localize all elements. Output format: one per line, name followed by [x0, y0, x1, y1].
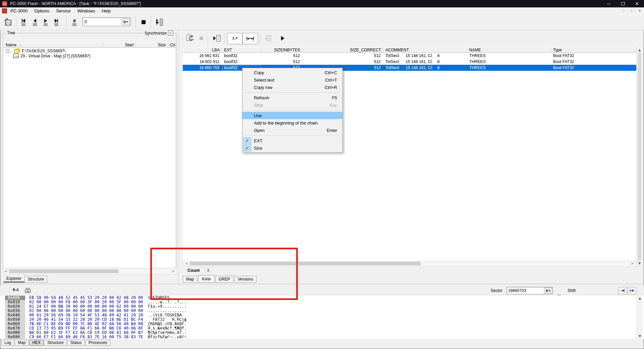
counter-dropdown-button[interactable]: D [122, 18, 130, 25]
cell-lba[interactable]: 16 561 631 [183, 53, 222, 59]
cell-ext[interactable]: bootf32 [222, 53, 261, 59]
refresh-table-button[interactable] [185, 33, 196, 44]
tree-horizontal-scrollbar[interactable]: < > [3, 268, 176, 275]
bottom-tab-hex[interactable]: HEX [29, 340, 44, 346]
mdi-minimize-button[interactable]: – [621, 9, 626, 13]
task-button[interactable] [2, 15, 14, 29]
tree-item-root[interactable]: − F:\TASKS\20_SSS6697\ [4, 48, 65, 53]
cell-name[interactable]: THREES [467, 53, 551, 59]
bottom-tab-log[interactable]: Log [1, 340, 14, 346]
synchronize-checkbox[interactable]: ✓ [168, 31, 173, 36]
cell-size-correct[interactable]: 512 [303, 53, 383, 59]
tree-column-size[interactable]: Size [136, 42, 168, 48]
cell-name[interactable]: THREES [467, 65, 551, 71]
table-row-1[interactable]: 16 561 631bootf32512512TotSect: 15 148 1… [183, 53, 636, 59]
context-menu-item-add-to-the-beginning-of-the-chain[interactable]: Add to the beginning of the chain [243, 119, 342, 127]
sector-input[interactable]: 16660703 D [506, 287, 553, 294]
column-header-name[interactable]: NAME [467, 47, 551, 53]
view-tab-map[interactable]: Map [183, 276, 197, 283]
goto-previous-button[interactable] [30, 15, 40, 29]
context-menu-item-ext[interactable]: ✓EXT [243, 137, 342, 144]
tree-tab-structure[interactable]: Structure [24, 276, 48, 283]
table-vertical-scrollbar[interactable]: ▲ ▼ [636, 47, 642, 266]
minimize-button[interactable] [602, 0, 616, 7]
cell-lba[interactable]: 16 660 703 [183, 65, 222, 71]
scrollbar-thumb[interactable] [190, 262, 421, 265]
tree-item-virtual-drive[interactable]: 29 - Virtual Drive - Map [27] (SSS6697) [4, 53, 91, 58]
view-tab-versions[interactable]: Versions [234, 276, 257, 283]
goto-pointer-button[interactable] [618, 287, 627, 294]
cell-name[interactable]: THREES [467, 59, 551, 65]
scroll-up-icon[interactable]: ▲ [637, 48, 642, 52]
stop-button[interactable] [138, 15, 149, 29]
menu-pc-3000[interactable]: PC-3000 [7, 8, 31, 14]
hex-splitter[interactable] [0, 284, 644, 285]
cell-acomment[interactable]: TotSect: 15 148 161, Cl: 8 [383, 65, 467, 71]
context-menu-item-copy-row[interactable]: Copy rowCtrl+R [243, 84, 342, 91]
view-tab-raw[interactable]: RAW [198, 275, 214, 283]
maximize-button[interactable] [616, 0, 630, 7]
column-header-acomment[interactable]: ACOMMENT [383, 47, 467, 53]
cell-acomment[interactable]: TotSect: 15 148 161, Cl: 8 [383, 59, 467, 65]
column-header-ext[interactable]: EXT [222, 47, 261, 53]
menu-options[interactable]: Options [31, 8, 53, 14]
bottom-tab-map[interactable]: Map [15, 340, 29, 346]
context-menu-item-refresh[interactable]: RefreshF5 [243, 94, 342, 101]
cell-type[interactable]: Boot FAT32 [551, 65, 636, 71]
table-horizontal-scrollbar[interactable]: < > [183, 261, 636, 267]
start-button[interactable] [278, 33, 287, 44]
context-menu-item-use[interactable]: Use [243, 112, 342, 119]
context-menu-item-open[interactable]: OpenEnter [243, 127, 342, 134]
column-header-size-correct[interactable]: SIZE_CORRECT [303, 47, 383, 53]
menu-help[interactable]: Help [98, 8, 114, 14]
scroll-right-icon[interactable]: > [172, 269, 175, 273]
column-header-sizeinbytes[interactable]: SIZEINBYTES [261, 47, 303, 53]
menu-service[interactable]: Service [53, 8, 74, 14]
cell-lba[interactable]: 16 602 911 [183, 59, 222, 65]
scroll-left-icon[interactable]: < [185, 261, 188, 266]
column-header-type[interactable]: Type [551, 47, 636, 53]
swap-bytes-icon[interactable]: b b [24, 287, 32, 295]
scroll-down-icon[interactable]: ▼ [637, 261, 642, 265]
cell-acomment[interactable]: TotSect: 15 148 161, Cl: 8 [383, 53, 467, 59]
cell-ext[interactable]: bootf32 [222, 59, 261, 65]
cell-sizeinbytes[interactable]: 512 [261, 53, 303, 59]
run-to-document-button[interactable] [211, 33, 222, 44]
scrollbar-thumb[interactable] [9, 269, 118, 273]
goto-sector-button[interactable] [628, 287, 636, 294]
scroll-down-icon[interactable]: ▼ [637, 334, 643, 338]
cell-sizeinbytes[interactable]: 512 [261, 59, 303, 65]
bottom-tab-structure[interactable]: Structure [44, 340, 67, 346]
exit-button[interactable] [153, 15, 165, 29]
range-toggle[interactable] [243, 33, 258, 44]
panel-splitter[interactable] [178, 30, 179, 284]
cell-size-correct[interactable]: 512 [303, 59, 383, 65]
menu-windows[interactable]: Windows [74, 8, 98, 14]
scroll-left-icon[interactable]: < [4, 269, 7, 273]
close-button[interactable]: ✕ [630, 0, 644, 7]
cell-type[interactable]: Boot FAT32 [551, 53, 636, 59]
scroll-up-icon[interactable]: ▲ [637, 296, 643, 300]
mdi-close-button[interactable]: ✕ [637, 9, 642, 13]
bottom-tab-processes[interactable]: Processes [86, 340, 110, 346]
tree-column-cn[interactable]: Cn [168, 42, 175, 48]
cell-type[interactable]: Boot FAT32 [551, 59, 636, 65]
goto-first-button[interactable] [18, 15, 29, 29]
bottom-tab-status[interactable]: Status [67, 340, 85, 346]
view-tab-grep[interactable]: GREP [215, 276, 233, 283]
scrollbar-thumb[interactable] [638, 53, 641, 260]
mdi-restore-button[interactable]: ▫ [629, 9, 634, 13]
table-row-2[interactable]: 16 602 911bootf32512512TotSect: 15 148 1… [183, 59, 636, 65]
tree-column-name[interactable]: Name△ [4, 42, 103, 48]
goto-last-button[interactable] [51, 15, 62, 29]
counter-input[interactable]: 0 D [83, 17, 131, 26]
tree-tab-explorer[interactable]: Explorer [3, 276, 24, 283]
context-menu-item-select-text[interactable]: Select textCtrl+T [243, 76, 342, 84]
goto-number-button[interactable]: # [69, 15, 80, 29]
context-menu-item-size[interactable]: ✓Size [243, 144, 342, 152]
column-header-lba[interactable]: LBA [183, 47, 222, 53]
hex-vertical-scrollbar[interactable]: ▲ ▼ [637, 296, 643, 339]
tree-column-start[interactable]: Start [103, 42, 136, 48]
context-menu-item-copy[interactable]: CopyCtrl+C [243, 69, 342, 76]
invert-bits-icon[interactable]: 0→1 [13, 288, 19, 292]
